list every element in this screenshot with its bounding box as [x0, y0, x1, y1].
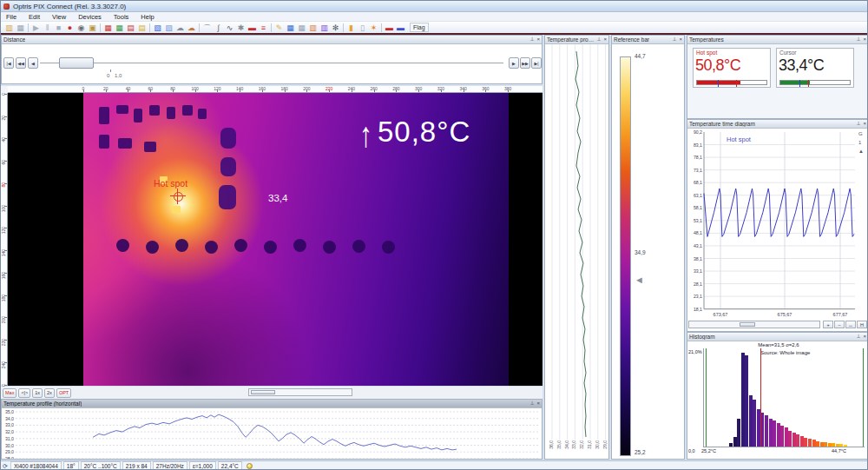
time-scroll-button-1[interactable]: −: [834, 321, 845, 328]
panel-profile-vertical: Temperature profi... ⊥ × 36,035,034,033,…: [544, 35, 609, 460]
pin-icon[interactable]: ⊥: [596, 36, 601, 43]
copy-icon[interactable]: ▣: [87, 23, 98, 33]
close-icon[interactable]: ×: [863, 333, 866, 341]
time-diagram-scrollbar[interactable]: [688, 321, 820, 328]
panel-reference-titlebar: Reference bar ⊥ ×: [612, 36, 684, 44]
red-dash-icon[interactable]: ≡: [258, 23, 269, 33]
distance-nav-back-2[interactable]: ◀: [28, 57, 38, 69]
time-side-button-0[interactable]: G: [858, 131, 863, 136]
time-scroll-button-3[interactable]: H: [857, 321, 867, 328]
pin-icon[interactable]: ⊥: [856, 36, 860, 43]
pcb-feature: [198, 109, 207, 119]
palette-red-icon[interactable]: ▦: [102, 23, 114, 33]
histogram-bar: [749, 395, 753, 447]
image-blue-icon[interactable]: ▧: [152, 23, 163, 33]
thermal-image-area[interactable]: ↑ 50,8°C Hot spot 33,4: [8, 93, 542, 386]
palette-red-2-icon[interactable]: ▤: [125, 23, 136, 33]
temperature-box-marker-red: [808, 80, 809, 87]
s-curve-icon[interactable]: ∫: [213, 23, 224, 33]
panel-temperatures: Temperatures ⊥ × Hot spot50,8°CCursor33,…: [687, 35, 868, 119]
box-orange-icon[interactable]: ▮: [345, 23, 357, 33]
histogram-bar: [804, 438, 807, 447]
image-light-icon[interactable]: ▨: [163, 23, 174, 33]
marks-icon[interactable]: ✱: [235, 23, 247, 33]
palette-green-icon[interactable]: ▦: [114, 23, 125, 33]
curve-icon[interactable]: ⌒: [201, 23, 213, 33]
cloud-orange-icon[interactable]: ☁: [186, 23, 197, 33]
time-side-button-1[interactable]: 1: [858, 140, 861, 145]
pause-icon[interactable]: ‖: [42, 23, 53, 33]
snapshot-icon[interactable]: ◉: [76, 23, 87, 33]
image-control-[interactable]: <|>: [18, 388, 30, 398]
box-gray-icon[interactable]: ▯: [357, 23, 368, 33]
profilev-x-label: 34,0: [564, 440, 569, 449]
pin-icon[interactable]: ⊥: [529, 36, 534, 43]
image-control-max[interactable]: Max: [3, 388, 16, 398]
pin-icon[interactable]: ⊥: [529, 400, 534, 407]
close-icon[interactable]: ×: [863, 36, 866, 43]
menu-help[interactable]: Help: [141, 13, 154, 21]
palette-mix-icon[interactable]: ▤: [136, 23, 148, 33]
settings-icon[interactable]: ✻: [330, 23, 341, 33]
play-icon[interactable]: ▶: [30, 23, 42, 33]
time-scroll-button-0[interactable]: +: [823, 321, 833, 328]
close-icon[interactable]: ×: [863, 120, 866, 128]
image-control-2x[interactable]: 2x: [44, 388, 55, 398]
menu-view[interactable]: View: [52, 13, 66, 21]
bars-orange-icon[interactable]: ▥: [307, 23, 319, 33]
distance-nav-fwd-1[interactable]: ▶▶: [520, 57, 530, 69]
hand-icon[interactable]: ✎: [273, 23, 285, 33]
time-scroll-button-2[interactable]: ↔: [845, 321, 856, 328]
menu-edit[interactable]: Edit: [29, 13, 40, 21]
status-lamp-icon[interactable]: [247, 463, 253, 469]
time-diagram-scrollbar-thumb[interactable]: [740, 322, 755, 327]
pair-red-icon[interactable]: ▬: [384, 23, 395, 33]
title-bar[interactable]: Optris PIX Connect (Rel. 3.3.3027.0): [1, 1, 868, 12]
distance-nav-fwd-2[interactable]: ▶|: [531, 57, 542, 69]
stop-icon[interactable]: ■: [53, 23, 64, 33]
pcb-feature: [219, 185, 236, 209]
reference-color-scale[interactable]: [620, 56, 631, 456]
bars-purple-icon[interactable]: ▥: [319, 23, 330, 33]
distance-slider-thumb[interactable]: [59, 57, 94, 69]
red-minus-icon[interactable]: ▬: [247, 23, 258, 33]
pin-icon[interactable]: ⊥: [856, 120, 860, 128]
grid-gray-icon[interactable]: ▦: [296, 23, 307, 33]
close-icon[interactable]: ×: [679, 36, 682, 43]
reference-level-arrow-icon[interactable]: ◄: [635, 275, 644, 285]
save-icon[interactable]: ▦: [15, 23, 26, 33]
star-orange-icon[interactable]: ✶: [368, 23, 379, 33]
grid-blue-icon[interactable]: ▦: [285, 23, 296, 33]
pin-icon[interactable]: ⊥: [672, 36, 676, 43]
flag-button[interactable]: Flag: [410, 23, 429, 32]
cloud-gray-icon[interactable]: ☁: [174, 23, 186, 33]
distance-nav-back-1[interactable]: ◀◀: [16, 57, 26, 69]
menu-devices[interactable]: Devices: [78, 13, 102, 21]
open-folder-icon[interactable]: ▥: [3, 23, 15, 33]
time-side-button-2[interactable]: ▲: [858, 149, 864, 154]
diagram-icon[interactable]: ∿: [224, 23, 235, 33]
close-icon[interactable]: ×: [536, 36, 540, 43]
close-icon[interactable]: ×: [536, 400, 540, 407]
menu-file[interactable]: File: [6, 13, 16, 21]
pin-icon[interactable]: ⊥: [856, 333, 860, 341]
time-y-label: 73,1: [687, 168, 702, 173]
close-icon[interactable]: ×: [603, 36, 607, 43]
v-ruler-tick: [4, 250, 7, 251]
pair-blue-icon[interactable]: ▬: [395, 23, 406, 33]
record-icon[interactable]: ●: [64, 23, 76, 33]
image-h-scrollbar-thumb[interactable]: [251, 390, 275, 394]
histogram-bar: [741, 353, 745, 447]
panel-title: Histogram: [689, 334, 715, 340]
distance-slider-track[interactable]: [40, 63, 503, 63]
menu-tools[interactable]: Tools: [114, 13, 129, 21]
image-control-opt[interactable]: OPT: [56, 388, 71, 398]
image-control-1x[interactable]: 1x: [32, 388, 43, 398]
distance-nav-back-0[interactable]: |◀: [3, 57, 14, 69]
hotspot-crosshair-icon[interactable]: [174, 192, 183, 202]
hotspot-label: Hot spot: [154, 178, 187, 189]
time-y-label: 18,1: [687, 307, 702, 312]
image-h-scrollbar[interactable]: [248, 388, 352, 396]
histogram-bar: [788, 431, 792, 447]
distance-nav-fwd-0[interactable]: ▶: [509, 57, 519, 69]
